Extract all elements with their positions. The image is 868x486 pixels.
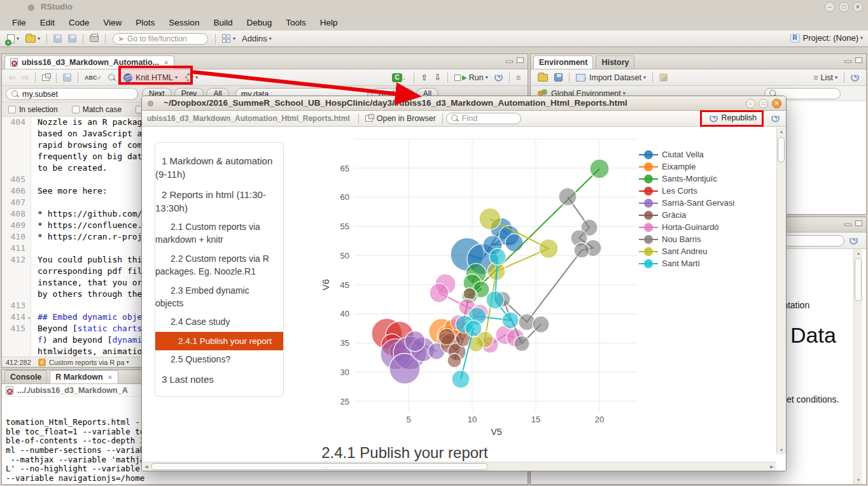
toc-item[interactable]: 3 Last notes: [155, 369, 283, 389]
preview-minimize-button[interactable]: –: [746, 99, 755, 108]
pane-minimize-icon[interactable]: [844, 224, 851, 226]
legend-item[interactable]: Ciutat Vella: [639, 148, 734, 161]
preview-horizontal-scrollbar[interactable]: ◀ ▶: [142, 462, 776, 471]
save-button[interactable]: [50, 33, 65, 44]
pane-minimize-icon[interactable]: [506, 61, 513, 63]
open-in-browser-button[interactable]: Open in Browser: [362, 113, 439, 124]
run-prev-chunks-button[interactable]: ⇧: [417, 71, 431, 83]
save-doc-button[interactable]: [60, 72, 74, 83]
tab-console[interactable]: Console: [4, 370, 47, 383]
legend-item[interactable]: Horta-Guinardó: [639, 221, 734, 233]
legend-item[interactable]: Sant Martí: [639, 257, 734, 269]
preview-titlebar[interactable]: ~/Dropbox/2016_SummeR_School_UB_HospClin…: [142, 96, 786, 111]
pane-layout-button[interactable]: ▾: [219, 33, 239, 45]
project-menu[interactable]: RProject: (None)▾: [790, 33, 863, 43]
forward-button[interactable]: ⇨: [18, 71, 31, 83]
menu-file[interactable]: File: [5, 16, 33, 29]
pane-maximize-icon[interactable]: [517, 57, 524, 63]
pane-maximize-icon[interactable]: [855, 57, 862, 63]
clear-environment-button[interactable]: [656, 72, 671, 83]
preview-refresh-button[interactable]: [771, 114, 780, 124]
run-next-chunk-button[interactable]: ⇩: [431, 71, 444, 83]
env-view-button[interactable]: ≡List▾: [810, 72, 841, 83]
find-replace-button[interactable]: [105, 73, 119, 83]
back-button[interactable]: ⇦: [6, 71, 18, 83]
menu-code[interactable]: Code: [62, 16, 96, 29]
legend-item[interactable]: Gràcia: [639, 209, 734, 221]
new-file-button[interactable]: ▾: [4, 33, 22, 45]
menu-tools[interactable]: Tools: [279, 16, 313, 29]
import-dataset-button[interactable]: Import Dataset▾: [573, 72, 649, 83]
gear-icon: [185, 73, 193, 82]
tab-rmarkdown[interactable]: R Markdown✕: [50, 370, 118, 383]
popout-button[interactable]: [39, 73, 53, 82]
code-text: [31, 197, 43, 208]
spellcheck-button[interactable]: ABC✓: [81, 73, 105, 82]
toc-item[interactable]: 2.4.1 Publish your report: [155, 332, 283, 350]
source-tab[interactable]: ubiss16_d3_Markdown_Automatio...✕: [4, 55, 174, 69]
legend-item[interactable]: Sants-Montjuïc: [639, 173, 734, 185]
menu-edit[interactable]: Edit: [33, 16, 62, 29]
open-file-button[interactable]: ▾: [22, 34, 43, 44]
toc-item[interactable]: 2.3 Embed dynamic objects: [155, 282, 283, 313]
section-label[interactable]: Custom reports via R pa: [49, 359, 125, 366]
env-save-button[interactable]: [551, 72, 566, 83]
pane-maximize-icon[interactable]: [855, 220, 862, 226]
toc-item[interactable]: 2.5 Questions?: [155, 350, 283, 369]
in-selection-checkbox[interactable]: In selection: [8, 105, 58, 114]
tab-environment[interactable]: Environment: [533, 55, 593, 69]
legend-label: Sant Andreu: [662, 247, 708, 256]
menu-debug[interactable]: Debug: [239, 16, 279, 29]
goto-file-input[interactable]: ➤Go to file/function: [113, 33, 208, 45]
svg-text:30: 30: [340, 368, 349, 377]
tab-history[interactable]: History: [596, 55, 634, 69]
preview-close-button[interactable]: ✕: [772, 99, 781, 108]
tab-close-icon[interactable]: ✕: [108, 374, 113, 381]
print-button[interactable]: [87, 34, 102, 43]
knit-options-button[interactable]: ▾: [182, 72, 201, 83]
pane-layout-icon: [222, 34, 231, 43]
tab-close-icon[interactable]: ✕: [164, 59, 169, 66]
env-open-button[interactable]: [535, 73, 551, 83]
run-button[interactable]: ▶Run▾: [451, 72, 491, 83]
legend-item[interactable]: Eixample: [639, 161, 734, 173]
legend-item[interactable]: Sant Andreu: [639, 245, 734, 257]
knit-html-button[interactable]: Knit HTML▾: [120, 72, 181, 83]
toc-item[interactable]: 2.1 Custom reports via markdown + knitr: [155, 218, 283, 250]
menu-view[interactable]: View: [96, 16, 129, 29]
rerun-button[interactable]: [491, 72, 506, 83]
source-outline-button[interactable]: ≡: [513, 72, 524, 83]
insert-chunk-button[interactable]: C: [389, 72, 405, 83]
legend-label: Horta-Guinardó: [662, 222, 719, 232]
rmd-file-icon: [6, 386, 13, 395]
help-refresh-button[interactable]: [846, 235, 861, 246]
toc-item[interactable]: 1 Markdown & automation (9-11h): [155, 151, 283, 185]
env-refresh-button[interactable]: [848, 72, 862, 83]
pane-minimize-icon[interactable]: [844, 61, 851, 63]
legend-item[interactable]: Les Corts: [639, 185, 734, 197]
help-scrollbar[interactable]: ▲ ▼: [853, 249, 862, 484]
menu-session[interactable]: Session: [162, 16, 206, 29]
maximize-button[interactable]: □: [839, 2, 849, 12]
addins-button[interactable]: Addins▾: [239, 32, 275, 45]
toc-item[interactable]: 2.4 Case study: [155, 313, 283, 332]
code-segment: ## Embed dynamic obje: [38, 312, 142, 322]
code-row: ## Embed dynamic obje: [38, 311, 142, 323]
toc-item[interactable]: 2 Reports in html (11:30-13:30h): [155, 185, 283, 218]
save-all-button[interactable]: [65, 33, 80, 44]
preview-maximize-button[interactable]: □: [759, 99, 768, 108]
match-case-checkbox[interactable]: Match case: [72, 105, 122, 114]
legend-item[interactable]: Sarrià-Sant Gervasi: [639, 197, 734, 209]
toc-item[interactable]: 2.2 Custom reports via R packages. Eg. N…: [155, 250, 283, 282]
republish-button[interactable]: Republish: [706, 113, 760, 123]
menu-build[interactable]: Build: [206, 16, 239, 29]
preview-vertical-scrollbar[interactable]: ▲ ▼: [776, 127, 786, 454]
preview-find-input[interactable]: Find: [446, 113, 521, 124]
close-button[interactable]: ✕: [853, 2, 863, 12]
menu-plots[interactable]: Plots: [129, 16, 162, 29]
find-input[interactable]: my.subset: [6, 88, 138, 100]
menu-help[interactable]: Help: [313, 16, 345, 29]
help-search-input[interactable]: [781, 235, 844, 247]
legend-item[interactable]: Nou Barris: [639, 233, 734, 245]
minimize-button[interactable]: –: [825, 2, 835, 12]
